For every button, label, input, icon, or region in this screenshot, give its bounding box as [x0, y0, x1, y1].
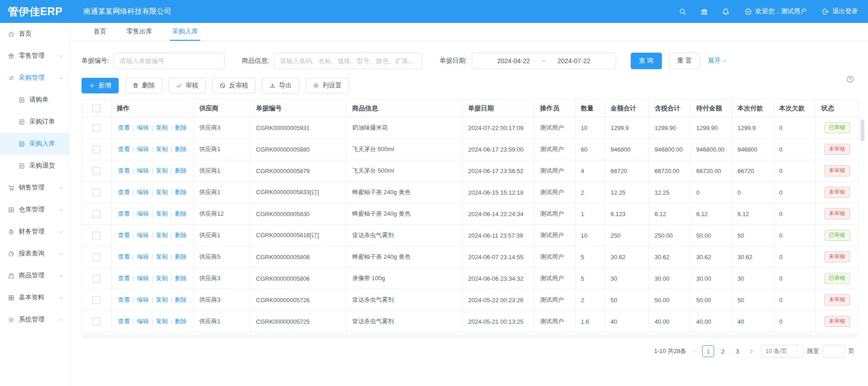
- delete-link[interactable]: 删除: [175, 318, 187, 325]
- row-checkbox[interactable]: [93, 296, 100, 304]
- order-no-cell: CGRK00000005880: [251, 139, 347, 160]
- select-all-checkbox[interactable]: [93, 104, 100, 112]
- row-checkbox[interactable]: [93, 275, 100, 283]
- view-link[interactable]: 查看: [118, 146, 130, 152]
- reset-button[interactable]: 重 置: [669, 53, 700, 69]
- copy-link[interactable]: 复制: [156, 189, 168, 196]
- date-from-value[interactable]: 2024-04-22: [497, 57, 530, 65]
- delete-link[interactable]: 删除: [175, 296, 187, 303]
- owed-cell: 0: [774, 160, 816, 182]
- search-button[interactable]: 查 询: [631, 53, 662, 69]
- sidebar-item-warehouse-mgmt[interactable]: 仓库管理: [0, 199, 69, 221]
- row-checkbox[interactable]: [93, 167, 100, 175]
- expand-link[interactable]: 展开: [708, 57, 727, 65]
- edit-link[interactable]: 编辑: [137, 232, 149, 239]
- link-separator: |: [152, 146, 153, 152]
- logout-button[interactable]: 退出登录: [821, 7, 858, 16]
- sidebar-item-purchase-order[interactable]: 采购订单: [0, 111, 69, 133]
- view-link[interactable]: 查看: [118, 232, 130, 239]
- sidebar-item-goods-mgmt[interactable]: 商品管理: [0, 265, 69, 287]
- question-circle-icon[interactable]: [846, 75, 854, 83]
- edit-link[interactable]: 编辑: [137, 253, 149, 260]
- audit-button[interactable]: 审核: [169, 78, 206, 93]
- column-settings-button[interactable]: 列设置: [306, 78, 349, 93]
- copy-link[interactable]: 复制: [156, 167, 168, 174]
- delete-link[interactable]: 删除: [175, 210, 187, 217]
- sidebar-item-home[interactable]: 首页: [0, 23, 69, 45]
- view-link[interactable]: 查看: [118, 275, 130, 282]
- search-icon[interactable]: [679, 8, 687, 16]
- copy-link[interactable]: 复制: [156, 275, 168, 282]
- edit-link[interactable]: 编辑: [137, 124, 149, 131]
- row-checkbox[interactable]: [93, 318, 100, 326]
- tab-home[interactable]: 首页: [91, 23, 109, 41]
- page-button[interactable]: 1: [702, 345, 714, 357]
- edit-link[interactable]: 编辑: [137, 275, 149, 282]
- page-button[interactable]: 2: [717, 345, 729, 357]
- page-button[interactable]: 3: [732, 345, 743, 357]
- table-horizontal-scrollbar[interactable]: [82, 334, 858, 338]
- row-checkbox[interactable]: [93, 253, 100, 261]
- copy-link[interactable]: 复制: [156, 296, 168, 303]
- sidebar-item-purchase-inbound[interactable]: 采购入库: [0, 133, 69, 155]
- date-to-value[interactable]: 2024-07-22: [557, 57, 590, 65]
- row-checkbox[interactable]: [93, 124, 100, 132]
- sidebar-item-basic-data[interactable]: 基本资料: [0, 287, 69, 309]
- edit-link[interactable]: 编辑: [137, 318, 149, 325]
- row-checkbox[interactable]: [93, 210, 100, 218]
- view-link[interactable]: 查看: [118, 124, 130, 131]
- copy-link[interactable]: 复制: [156, 124, 168, 131]
- export-button[interactable]: 导出: [262, 78, 299, 93]
- copy-link[interactable]: 复制: [156, 318, 168, 325]
- sidebar-item-sales-mgmt[interactable]: 销售管理: [0, 177, 69, 199]
- sidebar-item-finance-mgmt[interactable]: 财务管理: [0, 221, 69, 243]
- unaudit-button[interactable]: 反审核: [212, 78, 256, 93]
- edit-link[interactable]: 编辑: [137, 167, 149, 174]
- welcome-user[interactable]: 欢迎您，测试用户: [744, 7, 807, 16]
- delete-link[interactable]: 删除: [175, 232, 187, 239]
- chevron-right-icon[interactable]: [747, 349, 756, 354]
- view-link[interactable]: 查看: [118, 167, 130, 174]
- view-link[interactable]: 查看: [118, 210, 130, 217]
- delete-link[interactable]: 删除: [175, 146, 187, 152]
- table-scrollbar[interactable]: [861, 120, 864, 141]
- edit-link[interactable]: 编辑: [137, 189, 149, 196]
- delete-link[interactable]: 删除: [175, 253, 187, 260]
- product-info-input[interactable]: [274, 53, 422, 69]
- copy-link[interactable]: 复制: [156, 253, 168, 260]
- delete-link[interactable]: 删除: [175, 189, 187, 196]
- copy-link[interactable]: 复制: [156, 146, 168, 152]
- tab-purchase-inbound[interactable]: 采购入库: [170, 23, 200, 41]
- sidebar-item-request-order[interactable]: 请购单: [0, 89, 69, 111]
- view-link[interactable]: 查看: [118, 318, 130, 325]
- edit-link[interactable]: 编辑: [137, 210, 149, 217]
- date-range-picker[interactable]: 2024-04-22 ~ 2024-07-22: [472, 53, 616, 69]
- add-button[interactable]: 新增: [82, 78, 119, 93]
- copy-link[interactable]: 复制: [156, 232, 168, 239]
- chevron-left-icon[interactable]: [690, 349, 699, 354]
- delete-link[interactable]: 删除: [175, 167, 187, 174]
- jump-page-input[interactable]: [823, 345, 845, 358]
- tab-retail-outbound[interactable]: 零售出库: [124, 23, 154, 41]
- bell-icon[interactable]: [722, 8, 730, 16]
- row-checkbox[interactable]: [93, 146, 100, 153]
- sidebar-item-system-mgmt[interactable]: 系统管理: [0, 309, 69, 331]
- delete-link[interactable]: 删除: [175, 275, 187, 282]
- view-link[interactable]: 查看: [118, 189, 130, 196]
- bank-icon[interactable]: [700, 8, 708, 16]
- page-size-select[interactable]: 10 条/页: [761, 345, 803, 358]
- sidebar-item-retail-mgmt[interactable]: 零售管理: [0, 45, 69, 67]
- sidebar-item-report-query[interactable]: 报表查询: [0, 243, 69, 265]
- sidebar-item-purchase-mgmt[interactable]: 采购管理: [0, 67, 69, 89]
- sidebar-item-purchase-return[interactable]: 采购退货: [0, 155, 69, 177]
- delete-link[interactable]: 删除: [175, 124, 187, 131]
- edit-link[interactable]: 编辑: [137, 146, 149, 152]
- view-link[interactable]: 查看: [118, 296, 130, 303]
- row-checkbox[interactable]: [93, 189, 100, 196]
- edit-link[interactable]: 编辑: [137, 296, 149, 303]
- order-no-input[interactable]: [114, 53, 224, 69]
- view-link[interactable]: 查看: [118, 253, 130, 260]
- row-checkbox[interactable]: [93, 232, 100, 239]
- delete-button[interactable]: 删除: [125, 78, 162, 93]
- copy-link[interactable]: 复制: [156, 210, 168, 217]
